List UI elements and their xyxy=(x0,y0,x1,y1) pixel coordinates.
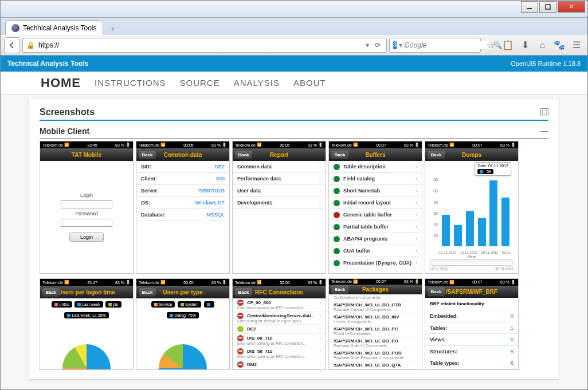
list-item[interactable]: DM2› xyxy=(233,360,326,369)
list-item[interactable]: Performance data› xyxy=(233,173,326,185)
phone-title: TAT Mobile xyxy=(72,152,101,158)
list-item[interactable]: CF_00_800›Error when opening an RFC conn… xyxy=(233,298,326,312)
login-input[interactable] xyxy=(61,200,112,208)
screenshot-common-data: Telekom.de📶00:0583 %🔋 BackCommon data SI… xyxy=(136,141,230,274)
browser-tab[interactable]: Technical Analysis Tools xyxy=(5,20,103,35)
collapse-line-icon[interactable]: — xyxy=(540,127,548,136)
lock-icon: 🔒 xyxy=(26,41,35,49)
screenshot-packages: Telekom.de📶00:0783 %🔋 BackPackages Confi… xyxy=(328,278,422,370)
phone-title: Dumps xyxy=(462,152,481,158)
phone-title: Packages xyxy=(362,286,389,293)
phone-title: /SAPSRM/WF_BRF xyxy=(446,289,497,295)
screenshot-dumps: Telekom.de📶00:0783 %🔋 BackDumps Date: 07… xyxy=(425,141,519,274)
new-tab-button[interactable]: ＋ xyxy=(107,22,119,35)
phone-back-button[interactable]: Back xyxy=(428,287,445,296)
screenshot-report: Telekom.de📶00:0583 %🔋 BackReport Common … xyxy=(232,141,326,274)
back-button[interactable] xyxy=(4,37,20,53)
tab-title: Technical Analysis Tools xyxy=(23,24,97,32)
list-item[interactable]: Short Nametab› xyxy=(329,185,422,197)
search-input[interactable] xyxy=(405,41,491,49)
list-item[interactable]: Field catalog› xyxy=(329,173,422,185)
package-description: BRF related functionality xyxy=(425,298,518,310)
banner-title: Technical Analysis Tools xyxy=(7,60,88,68)
window-titlebar: ✕ xyxy=(1,1,587,18)
list-item[interactable]: Presentation (Dynpro, CUA)› xyxy=(329,257,422,269)
list-item[interactable]: Generic table buffer› xyxy=(329,209,422,221)
screenshot-buffers: Telekom.de📶00:0783 %🔋 BackBuffers Table … xyxy=(328,141,422,274)
chart-tooltip: Date: 07.11.2012 : 59 xyxy=(475,162,511,176)
nav-analysis[interactable]: ANALYSIS xyxy=(234,78,280,88)
list-item[interactable]: Table description› xyxy=(329,161,422,173)
screenshot-users-per-type: Telekom.de📶00:0583 %🔋 BackUsers per type… xyxy=(136,278,230,370)
nav-home[interactable]: HOME xyxy=(41,76,81,90)
list-item[interactable]: /SAPSRM/CH_WD_UI_BO_POPurchase Order UI … xyxy=(329,337,422,349)
clipboard-icon[interactable]: 📋 xyxy=(500,38,515,52)
downloads-icon[interactable]: ⬇ xyxy=(518,38,532,52)
password-label: Password xyxy=(75,211,98,216)
collapse-icon[interactable] xyxy=(540,108,548,116)
list-item[interactable]: /SAPSRM/CH_WD_UI_BO_PCPCard UI Component… xyxy=(329,325,422,337)
dumps-chart: Date: 07.11.2012 : 59 60 50 40 30 20 10 xyxy=(425,161,518,267)
address-bar[interactable]: 🔒 ▾ ⟳ xyxy=(22,38,387,53)
favicon-icon xyxy=(11,24,19,32)
browser-toolbar: 🔒 ▾ ⟳ 8 ▾ 🔍 ☆ 📋 ⬇ ⌂ 🐾 ☰ xyxy=(1,35,587,56)
window-close-button[interactable]: ✕ xyxy=(558,1,585,13)
login-label: Login xyxy=(80,192,93,198)
login-button[interactable]: Login xyxy=(69,233,104,242)
phone-back-button[interactable]: Back xyxy=(331,151,348,159)
phone-title: Report xyxy=(270,152,288,158)
phone-back-button[interactable]: Back xyxy=(331,285,348,294)
phone-back-button[interactable]: Back xyxy=(42,288,60,297)
section-mobile-client-header: Mobile Client — xyxy=(40,123,548,138)
phone-title: Users per type xyxy=(163,289,202,296)
list-item[interactable]: /SAPSRM/CH_WD_UI_BO_PORPurchase Order Re… xyxy=(329,349,422,361)
search-bar[interactable]: 8 ▾ 🔍 xyxy=(389,38,481,53)
list-item[interactable]: /SAPSRM/CH_WD_UI_BO_QTA xyxy=(329,361,422,369)
list-item[interactable]: DE2› xyxy=(233,325,326,334)
list-item[interactable]: Initial record layout› xyxy=(329,197,422,209)
nav-about[interactable]: ABOUT xyxy=(293,78,326,88)
section-screenshots-header: Screenshots xyxy=(40,104,548,120)
list-item[interactable]: DIS_58_710›Error when opening an RFC con… xyxy=(233,347,326,360)
tab-strip: Technical Analysis Tools ＋ xyxy=(1,18,587,35)
nav-instructions[interactable]: INSTRUCTIONS xyxy=(95,78,166,88)
list-item[interactable]: Developments› xyxy=(233,197,326,209)
menu-icon[interactable]: ☰ xyxy=(569,38,584,52)
phone-back-button[interactable]: Back xyxy=(139,288,156,297)
home-icon[interactable]: ⌂ xyxy=(535,38,550,52)
phone-title: Buffers xyxy=(365,152,385,158)
runtime-label: OpenUI5 Runtime 1.18.8 xyxy=(511,60,581,67)
phone-back-button[interactable]: Back xyxy=(428,151,445,159)
list-item[interactable]: Common data› xyxy=(233,161,326,173)
reload-button[interactable]: ⟳ xyxy=(373,41,383,49)
list-item[interactable]: ABAP/4 programs› xyxy=(329,233,422,245)
phone-title: Common data xyxy=(164,152,202,158)
list-item[interactable]: /SAPSRM/CH_WD_UI_BO_CTRPurchase Contract… xyxy=(329,301,422,313)
screenshot-brf-package: Telekom.de📶00:0783 %🔋 Back/SAPSRM/WF_BRF… xyxy=(425,278,519,370)
extension-icon[interactable]: 🐾 xyxy=(552,38,567,52)
svg-rect-2 xyxy=(542,110,547,115)
screenshot-users-logon-time: Telekom.de📶23:4783 %🔋 BackUsers per logo… xyxy=(40,278,134,370)
phone-back-button[interactable]: Back xyxy=(139,151,156,159)
phone-title: Users per logon time xyxy=(58,289,115,296)
range-slider[interactable] xyxy=(430,259,513,266)
list-item[interactable]: DIS_00_710›Error when opening an RFC con… xyxy=(233,334,326,347)
list-item[interactable]: User data› xyxy=(233,185,326,197)
google-icon: 8 xyxy=(393,41,397,49)
phone-back-button[interactable]: Back xyxy=(235,151,252,159)
phone-back-button[interactable]: Back xyxy=(235,288,252,297)
list-item[interactable]: CentralMonitoringServer-XIAl...›Error du… xyxy=(233,312,326,325)
list-item[interactable]: CUA buffer› xyxy=(329,245,422,257)
password-input[interactable] xyxy=(61,219,112,227)
bookmark-icon[interactable]: ☆ xyxy=(483,38,498,52)
app-banner: Technical Analysis Tools OpenUI5 Runtime… xyxy=(1,56,587,72)
pie-chart-icon xyxy=(159,344,207,369)
window-maximize-button[interactable] xyxy=(539,1,556,13)
nav-source[interactable]: SOURCE xyxy=(180,78,220,88)
dropdown-icon[interactable]: ▾ xyxy=(366,41,369,49)
svg-rect-1 xyxy=(546,5,550,9)
list-item[interactable]: Partial table buffer› xyxy=(329,221,422,233)
window-minimize-button[interactable] xyxy=(521,1,538,13)
list-item[interactable]: /SAPSRM/CH_WD_UI_BO_INVInvoice UI compon… xyxy=(329,313,422,325)
url-input[interactable] xyxy=(38,41,362,49)
